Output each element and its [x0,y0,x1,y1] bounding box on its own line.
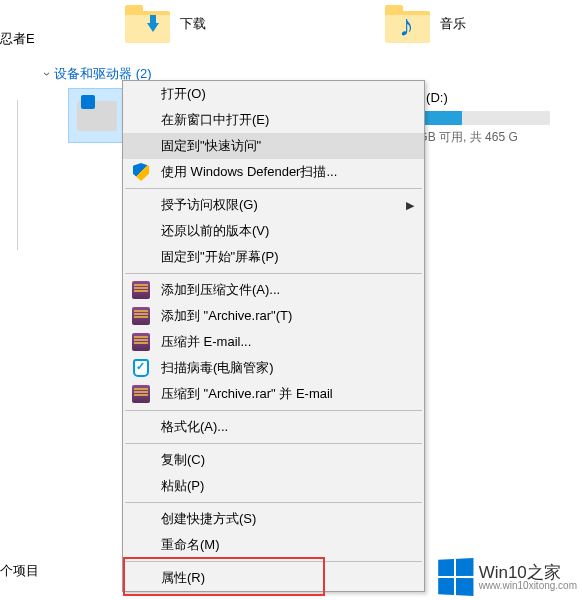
rar-icon [131,306,151,326]
menu-separator [125,273,422,274]
drive-c-selected[interactable] [68,88,126,143]
menu-compress-archive-email[interactable]: 压缩到 "Archive.rar" 并 E-mail [123,381,424,407]
folder-label: 下载 [180,15,206,33]
menu-copy[interactable]: 复制(C) [123,447,424,473]
menu-paste[interactable]: 粘贴(P) [123,473,424,499]
menu-format[interactable]: 格式化(A)... [123,414,424,440]
windows-logo-icon [438,558,473,596]
menu-properties[interactable]: 属性(R) [123,565,424,591]
shield-icon [131,162,151,182]
watermark: Win10之家 www.win10xitong.com [437,559,577,595]
menu-pin-start[interactable]: 固定到"开始"屏幕(P) [123,244,424,270]
folder-icon: ♪ [385,5,430,43]
guard-icon [131,358,151,378]
watermark-title: Win10之家 [479,564,577,581]
menu-separator [125,502,422,503]
status-bar-text: 个项目 [0,562,39,580]
menu-separator [125,561,422,562]
menu-grant-access[interactable]: 授予访问权限(G) ▶ [123,192,424,218]
nav-tree-edge [0,100,18,250]
chevron-down-icon: › [40,72,54,76]
folder-icon [125,5,170,43]
menu-add-archive[interactable]: 添加到压缩文件(A)... [123,277,424,303]
menu-add-archive-rar[interactable]: 添加到 "Archive.rar"(T) [123,303,424,329]
watermark-url: www.win10xitong.com [479,581,577,591]
rar-icon [131,280,151,300]
menu-open-new-window[interactable]: 在新窗口中打开(E) [123,107,424,133]
menu-separator [125,443,422,444]
left-truncated-label: 忍者E [0,30,35,48]
rar-icon [131,332,151,352]
menu-open[interactable]: 打开(O) [123,81,424,107]
menu-defender-scan[interactable]: 使用 Windows Defender扫描... [123,159,424,185]
folder-label: 音乐 [440,15,466,33]
folder-music[interactable]: ♪ 音乐 [385,5,466,43]
submenu-arrow-icon: ▶ [406,199,414,212]
menu-rename[interactable]: 重命名(M) [123,532,424,558]
menu-pin-quick-access[interactable]: 固定到"快速访问" [123,133,424,159]
context-menu: 打开(O) 在新窗口中打开(E) 固定到"快速访问" 使用 Windows De… [122,80,425,592]
drive-icon [77,101,117,131]
menu-scan-virus[interactable]: 扫描病毒(电脑管家) [123,355,424,381]
menu-separator [125,188,422,189]
menu-create-shortcut[interactable]: 创建快捷方式(S) [123,506,424,532]
folder-downloads[interactable]: 下载 [125,5,206,43]
rar-icon [131,384,151,404]
menu-compress-email[interactable]: 压缩并 E-mail... [123,329,424,355]
menu-separator [125,410,422,411]
menu-restore-previous[interactable]: 还原以前的版本(V) [123,218,424,244]
